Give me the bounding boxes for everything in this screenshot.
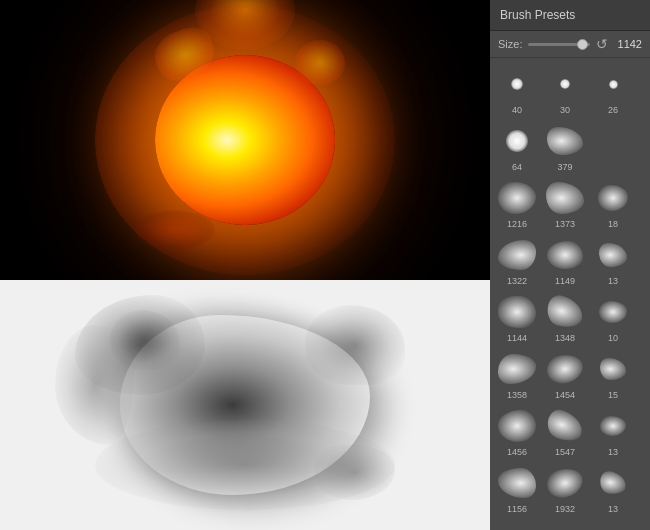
brush-item[interactable]: 18 [590,176,636,231]
brush-preview [497,463,537,503]
brush-item[interactable]: 10 [590,290,636,345]
brush-item[interactable]: 1456 [494,404,540,459]
brush-size-label: 1144 [507,333,527,343]
brush-size-label: 1156 [507,504,527,514]
brush-item[interactable]: 1216 [494,176,540,231]
fire-ball-image [85,10,405,270]
brush-preview [593,406,633,446]
brush-item[interactable]: 1358 [494,347,540,402]
brush-item[interactable]: 1373 [542,176,588,231]
brush-preview [593,463,633,503]
brush-size-label: 379 [557,162,572,172]
brush-preview [497,121,537,161]
brush-size-label: 1348 [555,333,575,343]
brush-row-1b: 64 379 [494,119,646,174]
brush-size-label: 1149 [555,276,575,286]
brush-preview [497,178,537,218]
brush-preview [593,349,633,389]
brush-size-label: 64 [512,162,522,172]
panel-header: Brush Presets [490,0,650,31]
brush-size-label: 10 [608,333,618,343]
brush-preview [545,463,585,503]
size-value: 1142 [614,38,642,50]
brush-preview [497,292,537,332]
brush-preview [545,178,585,218]
brush-row-3: 1322 1149 13 [494,233,646,288]
brush-row-7: 1156 1932 13 [494,461,646,516]
brush-row-5: 1358 1454 15 [494,347,646,402]
brush-item[interactable]: 1322 [494,233,540,288]
brush-size-label: 1322 [507,276,527,286]
brush-row-2: 1216 1373 18 [494,176,646,231]
canvas-top[interactable] [0,0,490,280]
brush-presets-panel: Brush Presets Size: ↺ 1142 40 30 [490,0,650,530]
brush-item[interactable]: 15 [590,347,636,402]
brush-size-label: 1454 [555,390,575,400]
brush-size-label: 13 [608,447,618,457]
brush-item[interactable]: 40 [494,62,540,117]
brush-size-label: 1932 [555,504,575,514]
brush-item[interactable]: 1156 [494,461,540,516]
brush-size-label: 15 [608,390,618,400]
brush-item[interactable]: 1144 [494,290,540,345]
brush-preview [545,235,585,275]
reset-button[interactable]: ↺ [596,36,608,52]
brush-size-label: 30 [560,105,570,115]
brush-preview [593,64,633,104]
size-row: Size: ↺ 1142 [490,31,650,58]
brush-item[interactable]: 13 [590,233,636,288]
brush-size-label: 40 [512,105,522,115]
brush-size-label: 1373 [555,219,575,229]
brush-size-label: 13 [608,504,618,514]
brush-item[interactable]: 379 [542,119,588,174]
brush-size-label: 26 [608,105,618,115]
brush-preview [497,349,537,389]
brush-item[interactable]: 13 [590,404,636,459]
brush-item[interactable]: 1547 [542,404,588,459]
brush-row-1: 40 30 26 [494,62,646,117]
brush-item[interactable]: 1348 [542,290,588,345]
brush-size-label: 13 [608,276,618,286]
smoke-blob-image [55,295,435,515]
brush-preview [545,121,585,161]
canvas-bottom[interactable] [0,280,490,530]
canvas-area [0,0,490,530]
brush-preview [545,406,585,446]
brush-preview [545,349,585,389]
brush-preview [593,235,633,275]
brush-preview [497,406,537,446]
brush-preview [497,64,537,104]
brush-item[interactable]: 1149 [542,233,588,288]
brush-item[interactable]: 64 [494,119,540,174]
size-label: Size: [498,38,522,50]
brush-preview [545,292,585,332]
size-slider[interactable] [528,43,590,46]
brush-size-label: 1547 [555,447,575,457]
brush-size-label: 1216 [507,219,527,229]
brush-item[interactable]: 1454 [542,347,588,402]
panel-title: Brush Presets [500,8,575,22]
brushes-grid[interactable]: 40 30 26 64 [490,58,650,530]
brush-preview [497,235,537,275]
brush-size-label: 1358 [507,390,527,400]
brush-item[interactable]: 13 [590,461,636,516]
brush-row-4: 1144 1348 10 [494,290,646,345]
brush-size-label: 18 [608,219,618,229]
brush-item[interactable]: 1932 [542,461,588,516]
brush-size-label: 1456 [507,447,527,457]
brush-row-6: 1456 1547 13 [494,404,646,459]
brush-preview [593,178,633,218]
brush-item[interactable]: 26 [590,62,636,117]
brush-item[interactable]: 30 [542,62,588,117]
brush-preview [593,292,633,332]
brush-preview [545,64,585,104]
